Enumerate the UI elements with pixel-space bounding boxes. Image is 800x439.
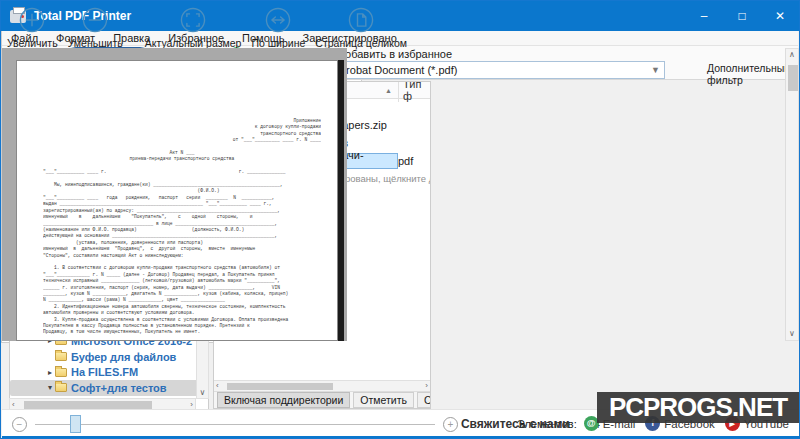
zoom-slider-track[interactable] (35, 424, 435, 425)
combo-chevron-down-icon[interactable]: ▼ (651, 65, 660, 75)
folder-icon (55, 368, 67, 377)
preview-viewport: Приложениек договору купли-продажитрансп… (2, 48, 347, 341)
tree-hscroll-thumb[interactable] (24, 401, 152, 409)
chevron-collapsed-icon[interactable]: ▸ (45, 368, 55, 377)
document-line: Продавцу, в том числе имущественных, Пок… (43, 329, 321, 335)
zoom-slider-handle[interactable] (70, 415, 81, 433)
chevron-expanded-icon[interactable]: ▾ (45, 383, 55, 392)
minimize-button[interactable]: – (685, 1, 723, 31)
pdf-page: Приложениек договору купли-продажитрансп… (16, 60, 338, 341)
maximize-button[interactable]: □ (723, 1, 761, 31)
zoom-in-icon (18, 6, 46, 36)
fit-width-icon (264, 6, 292, 36)
status-accent-line (2, 436, 800, 438)
tree-item[interactable]: ▸На FILES.FM (10, 364, 208, 380)
zoom-out-icon (81, 6, 109, 36)
tree-item-label: Софт+для тестов (71, 382, 167, 394)
app-window: Total PDF Printer – □ ✕ ФайлФорматПравка… (0, 0, 800, 439)
preview-tool-actual-size[interactable]: Актуальный размер (145, 6, 242, 49)
contact-us-label: Свяжитесь с нами (461, 417, 570, 431)
folder-icon (55, 383, 67, 392)
document-line: "___"__________ ____ г. г. _____________… (43, 169, 321, 175)
preview-tool-whole-page[interactable]: Страница целиком (315, 6, 407, 49)
preview-vscroll-thumb[interactable] (788, 65, 798, 91)
zoom-slider-group: − + (12, 410, 458, 439)
file-button-2[interactable]: Снять (417, 392, 431, 408)
zoom-in-icon[interactable]: + (443, 417, 458, 432)
window-controls: – □ ✕ (685, 1, 799, 31)
watermark-logo: PCPROGS.NET (597, 392, 799, 423)
file-list-buttons: Включая поддиректорииОтметитьСнятьОтме (214, 391, 430, 408)
file-type: pdf (398, 155, 430, 167)
zoom-out-icon[interactable]: − (12, 417, 27, 432)
page-shadow (338, 60, 344, 341)
column-header-type[interactable]: Тип ф (398, 81, 430, 102)
file-button-0[interactable]: Включая поддиректории (217, 392, 350, 408)
pdf-document-text: Приложениек договору купли-продажитрансп… (43, 118, 321, 336)
preview-vertical-scrollbar[interactable]: ∧ ∨ (785, 48, 799, 341)
tree-item-label: На FILES.FM (71, 366, 138, 378)
file-button-1[interactable]: Отметить (353, 392, 414, 408)
preview-tool-fit-width[interactable]: По ширине (251, 6, 305, 49)
preview-panel: УвеличитьУменьшитьАктуальный размерПо ши… (1, 1, 362, 343)
preview-tool-zoom-in[interactable]: Увеличить (7, 6, 58, 49)
scroll-down-icon[interactable]: ∨ (786, 329, 798, 339)
scroll-down-icon[interactable]: ∨ (197, 388, 208, 398)
tree-item[interactable]: Буфер для файлов (10, 349, 208, 365)
actual-size-icon (179, 6, 207, 36)
file-hscroll-thumb[interactable] (227, 383, 333, 390)
document-line: 1. В соответствии с договором купли-прод… (43, 265, 321, 271)
document-line: технически исправный ______________ (лег… (43, 278, 321, 284)
sort-ascending-icon[interactable]: ▲ (385, 87, 392, 94)
add-favorite-button[interactable]: Добавить в избранное (338, 48, 453, 60)
preview-tool-zoom-out[interactable]: Уменьшить (68, 6, 123, 49)
whole-page-icon (347, 6, 375, 36)
tree-item[interactable]: ▾Софт+для тестов (10, 380, 208, 396)
scroll-up-icon[interactable]: ∧ (786, 50, 798, 60)
scroll-left-icon[interactable]: ‹ (216, 381, 219, 391)
tree-item-label: Буфер для файлов (71, 351, 176, 363)
scroll-right-icon[interactable]: › (425, 381, 428, 391)
folder-icon (55, 352, 67, 361)
preview-toolbar: УвеличитьУменьшитьАктуальный размерПо ши… (2, 2, 361, 49)
close-button[interactable]: ✕ (761, 1, 799, 31)
